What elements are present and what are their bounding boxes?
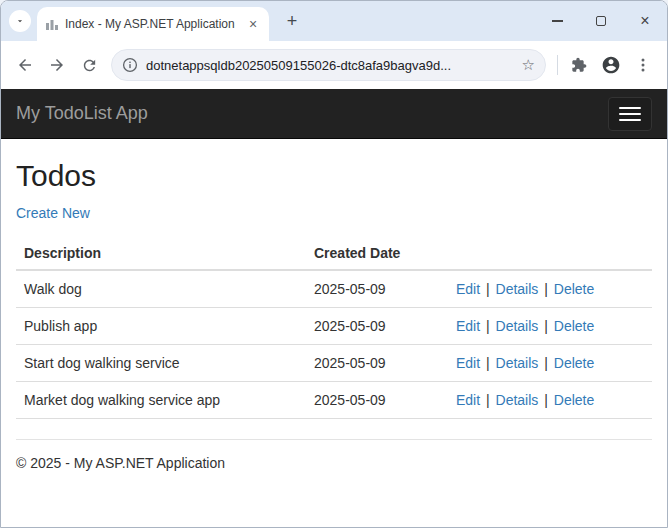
tab-close-icon[interactable]: × — [245, 16, 261, 32]
page-content: Todos Create New Description Created Dat… — [1, 139, 667, 527]
edit-link[interactable]: Edit — [456, 318, 480, 334]
delete-link[interactable]: Delete — [554, 281, 594, 297]
reload-icon — [81, 57, 98, 74]
toolbar-divider — [557, 55, 558, 75]
todos-table: Description Created Date Walk dog 2025-0… — [16, 237, 652, 419]
back-icon — [16, 56, 34, 74]
details-link[interactable]: Details — [496, 318, 539, 334]
tab-strip: Index - My ASP.NET Application × + × — [1, 1, 667, 41]
column-header-created-date: Created Date — [306, 237, 448, 270]
action-separator: | — [486, 318, 490, 334]
browser-window: Index - My ASP.NET Application × + × dot… — [0, 0, 668, 528]
maximize-button[interactable] — [579, 1, 623, 41]
table-row: Publish app 2025-05-09 Edit | Details | … — [16, 308, 652, 345]
edit-link[interactable]: Edit — [456, 281, 480, 297]
close-icon: × — [640, 13, 649, 29]
action-separator: | — [486, 355, 490, 371]
footer-divider — [16, 439, 652, 440]
details-link[interactable]: Details — [496, 392, 539, 408]
todo-actions: Edit | Details | Delete — [448, 270, 652, 308]
table-row: Start dog walking service 2025-05-09 Edi… — [16, 345, 652, 382]
new-tab-button[interactable]: + — [281, 10, 303, 32]
action-separator: | — [544, 392, 548, 408]
profile-button[interactable] — [597, 51, 625, 79]
window-controls: × — [535, 1, 667, 41]
tab-search-button[interactable] — [9, 10, 31, 32]
forward-button[interactable] — [43, 51, 71, 79]
app-navbar: My TodoList App — [1, 89, 667, 139]
extensions-icon — [571, 57, 587, 73]
todo-description: Start dog walking service — [16, 345, 306, 382]
app-footer-text: © 2025 - My ASP.NET Application — [16, 455, 652, 471]
todo-created-date: 2025-05-09 — [306, 308, 448, 345]
bookmark-star-icon[interactable]: ☆ — [522, 56, 535, 74]
delete-link[interactable]: Delete — [554, 392, 594, 408]
url-text: dotnetappsqldb20250509155026-dtc8afa9bag… — [146, 58, 514, 73]
minimize-icon — [552, 20, 563, 21]
maximize-icon — [596, 16, 606, 26]
details-link[interactable]: Details — [496, 355, 539, 371]
todo-created-date: 2025-05-09 — [306, 270, 448, 308]
action-separator: | — [544, 318, 548, 334]
hamburger-icon — [619, 107, 641, 109]
todo-created-date: 2025-05-09 — [306, 382, 448, 419]
table-row: Walk dog 2025-05-09 Edit | Details | Del… — [16, 270, 652, 308]
favicon-icon — [45, 17, 59, 31]
reload-button[interactable] — [75, 51, 103, 79]
table-row: Market dog walking service app 2025-05-0… — [16, 382, 652, 419]
page-title: Todos — [16, 159, 652, 193]
edit-link[interactable]: Edit — [456, 355, 480, 371]
details-link[interactable]: Details — [496, 281, 539, 297]
chevron-down-icon — [15, 16, 25, 26]
back-button[interactable] — [11, 51, 39, 79]
forward-icon — [48, 56, 66, 74]
action-separator: | — [544, 281, 548, 297]
column-header-description: Description — [16, 237, 306, 270]
navbar-brand[interactable]: My TodoList App — [16, 103, 148, 124]
todo-actions: Edit | Details | Delete — [448, 382, 652, 419]
browser-toolbar: dotnetappsqldb20250509155026-dtc8afa9bag… — [1, 41, 667, 89]
todo-description: Walk dog — [16, 270, 306, 308]
delete-link[interactable]: Delete — [554, 318, 594, 334]
create-new-link[interactable]: Create New — [16, 205, 90, 221]
browser-menu-button[interactable] — [629, 51, 657, 79]
three-dots-menu-icon — [635, 57, 651, 73]
action-separator: | — [544, 355, 548, 371]
table-header-row: Description Created Date — [16, 237, 652, 270]
todo-description: Publish app — [16, 308, 306, 345]
todo-actions: Edit | Details | Delete — [448, 345, 652, 382]
action-separator: | — [486, 281, 490, 297]
minimize-button[interactable] — [535, 1, 579, 41]
extensions-button[interactable] — [565, 51, 593, 79]
tab-title: Index - My ASP.NET Application — [65, 17, 239, 31]
column-header-actions — [448, 237, 652, 270]
navbar-toggler-button[interactable] — [608, 97, 652, 131]
todo-description: Market dog walking service app — [16, 382, 306, 419]
browser-tab-active[interactable]: Index - My ASP.NET Application × — [37, 7, 269, 41]
profile-avatar-icon — [601, 55, 621, 75]
todo-created-date: 2025-05-09 — [306, 345, 448, 382]
edit-link[interactable]: Edit — [456, 392, 480, 408]
address-bar[interactable]: dotnetappsqldb20250509155026-dtc8afa9bag… — [111, 49, 546, 81]
close-button[interactable]: × — [623, 1, 667, 41]
todo-actions: Edit | Details | Delete — [448, 308, 652, 345]
site-info-icon[interactable] — [122, 57, 138, 73]
delete-link[interactable]: Delete — [554, 355, 594, 371]
action-separator: | — [486, 392, 490, 408]
